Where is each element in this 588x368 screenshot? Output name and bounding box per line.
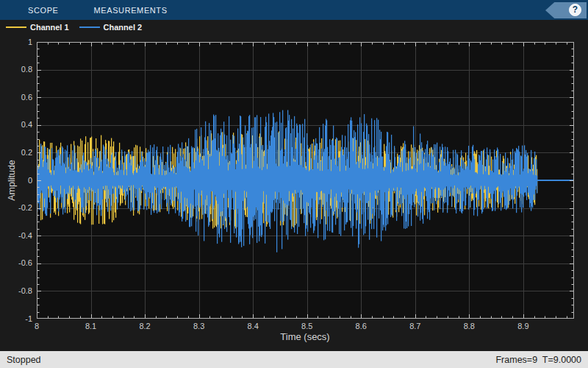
waveform-plot[interactable] xyxy=(37,42,574,319)
y-tick-label: -0.2 xyxy=(0,203,32,212)
x-tick-label: 8.1 xyxy=(85,322,96,330)
legend: Channel 1 Channel 2 xyxy=(0,20,588,35)
y-tick-label: -1 xyxy=(0,314,32,323)
x-tick-label: 8.4 xyxy=(248,322,259,330)
plot-region: Amplitude Time (secs) 88.18.28.38.48.58.… xyxy=(0,35,588,351)
legend-item-channel-1[interactable]: Channel 1 xyxy=(6,23,69,32)
y-tick-label: -0.4 xyxy=(0,231,32,240)
legend-label-channel-2: Channel 2 xyxy=(104,23,143,32)
toolstrip: SCOPE MEASUREMENTS ? xyxy=(0,0,588,20)
tab-measurements[interactable]: MEASUREMENTS xyxy=(94,6,168,15)
x-tick-label: 8.7 xyxy=(409,322,420,330)
x-tick-label: 8.6 xyxy=(356,322,367,330)
y-tick-label: -0.8 xyxy=(0,286,32,295)
y-tick-label: 0.6 xyxy=(0,93,32,102)
channel-1-line-swatch xyxy=(6,26,26,28)
channel-2-line-swatch xyxy=(79,26,100,28)
y-tick-label: 0 xyxy=(0,176,32,185)
status-text: Stopped xyxy=(7,355,41,365)
y-tick-label: 1 xyxy=(0,38,32,46)
x-tick-label: 8.9 xyxy=(517,322,528,330)
help-button[interactable]: ? xyxy=(545,2,587,18)
tab-scope[interactable]: SCOPE xyxy=(28,6,59,15)
x-tick-label: 8.5 xyxy=(301,322,312,330)
legend-item-channel-2[interactable]: Channel 2 xyxy=(79,23,143,32)
status-bar: Stopped Frames=9 T=9.0000 xyxy=(0,351,588,368)
x-tick-label: 8.3 xyxy=(193,322,204,330)
y-tick-label: 0.8 xyxy=(0,65,32,74)
x-tick-label: 8.2 xyxy=(139,322,150,330)
x-tick-label: 8.8 xyxy=(464,322,475,330)
x-axis-label: Time (secs) xyxy=(280,331,329,342)
y-tick-label: 0.2 xyxy=(0,148,32,157)
frame-counter: Frames=9 T=9.0000 xyxy=(495,355,581,365)
help-icon[interactable]: ? xyxy=(569,4,581,16)
y-tick-label: -0.6 xyxy=(0,258,32,267)
time-scope-window: SCOPE MEASUREMENTS ? Channel 1 Channel 2… xyxy=(0,0,588,368)
x-tick-label: 8 xyxy=(35,322,39,330)
y-tick-label: 0.4 xyxy=(0,120,32,129)
legend-label-channel-1: Channel 1 xyxy=(30,23,69,32)
